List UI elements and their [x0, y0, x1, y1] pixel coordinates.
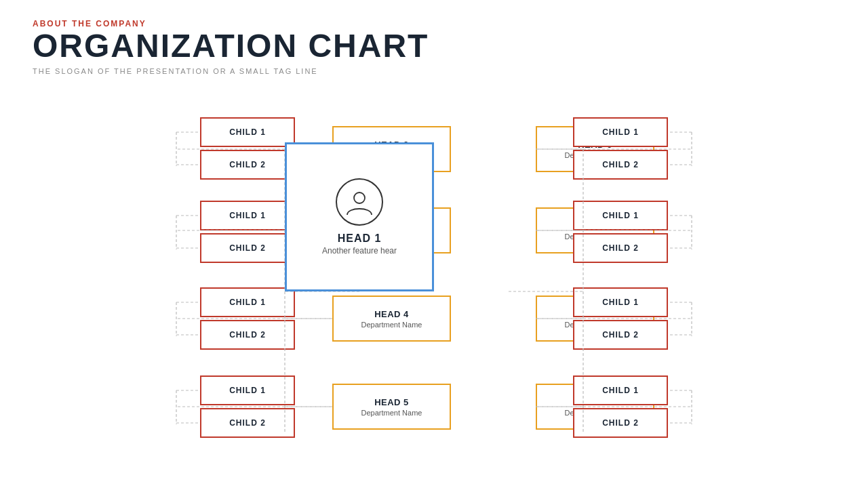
- head7-child1-label: CHILD 1: [602, 211, 639, 220]
- head3-child2-box: CHILD 2: [200, 233, 295, 263]
- head5-title: HEAD 5: [374, 397, 409, 407]
- center-head-desc: Another feature hear: [322, 246, 397, 256]
- head5-child2-label: CHILD 2: [229, 418, 266, 428]
- head6-child1-box: CHILD 1: [573, 117, 668, 147]
- tagline: THE SLOGAN OF THE PRESENTATION OR A SMAL…: [33, 67, 835, 75]
- head2-child1-label: CHILD 1: [229, 127, 266, 137]
- head8-child2-label: CHILD 2: [602, 330, 639, 340]
- head5-child1-label: CHILD 1: [229, 386, 266, 395]
- head5-dept: Department Name: [361, 409, 422, 417]
- head7-child1-box: CHILD 1: [573, 201, 668, 230]
- center-head-box: HEAD 1 Another feature hear: [285, 142, 434, 291]
- head8-child2-box: CHILD 2: [573, 320, 668, 350]
- head3-child1-box: CHILD 1: [200, 201, 295, 230]
- head-box-5: HEAD 5 Department Name: [332, 384, 451, 430]
- head9-child2-label: CHILD 2: [602, 418, 639, 428]
- head8-child1-label: CHILD 1: [602, 298, 639, 307]
- head8-child1-box: CHILD 1: [573, 287, 668, 317]
- head7-child2-label: CHILD 2: [602, 243, 639, 253]
- center-head-name: HEAD 1: [338, 232, 382, 245]
- head2-child2-box: CHILD 2: [200, 150, 295, 180]
- head2-child1-box: CHILD 1: [200, 117, 295, 147]
- subtitle: ABOUT THE COMPANY: [33, 19, 835, 28]
- head5-child1-box: CHILD 1: [200, 375, 295, 405]
- head4-child2-label: CHILD 2: [229, 330, 266, 340]
- head6-child1-label: CHILD 1: [602, 127, 639, 137]
- head4-child1-box: CHILD 1: [200, 287, 295, 317]
- head9-child2-box: CHILD 2: [573, 408, 668, 438]
- head6-child2-box: CHILD 2: [573, 150, 668, 180]
- head4-child1-label: CHILD 1: [229, 298, 266, 307]
- head9-child1-label: CHILD 1: [602, 386, 639, 395]
- head4-title: HEAD 4: [374, 309, 409, 319]
- head3-child1-label: CHILD 1: [229, 211, 266, 220]
- head4-child2-box: CHILD 2: [200, 320, 295, 350]
- head5-child2-box: CHILD 2: [200, 408, 295, 438]
- head3-child2-label: CHILD 2: [229, 243, 266, 253]
- page-header: ABOUT THE COMPANY ORGANIZATION CHART THE…: [0, 0, 868, 82]
- head-box-4: HEAD 4 Department Name: [332, 296, 451, 342]
- page-title: ORGANIZATION CHART: [33, 28, 835, 64]
- head4-dept: Department Name: [361, 321, 422, 329]
- avatar-icon: [336, 178, 383, 226]
- svg-point-44: [354, 192, 365, 203]
- head7-child2-box: CHILD 2: [573, 233, 668, 263]
- head2-child2-label: CHILD 2: [229, 160, 266, 169]
- head9-child1-box: CHILD 1: [573, 375, 668, 405]
- head6-child2-label: CHILD 2: [602, 160, 639, 169]
- chart-area: HEAD 1 Another feature hear HEAD 2 Depar…: [0, 108, 868, 488]
